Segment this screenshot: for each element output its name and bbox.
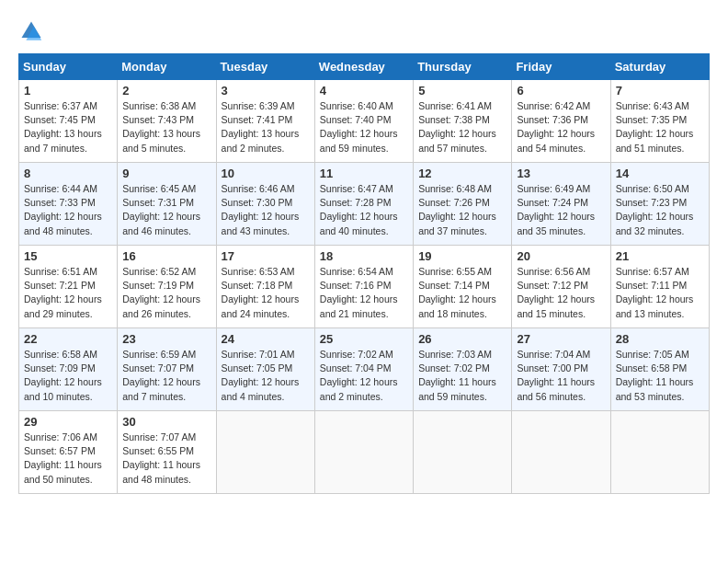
day-info: Sunrise: 6:43 AMSunset: 7:35 PMDaylight:… xyxy=(616,99,704,155)
header-friday: Friday xyxy=(512,54,610,80)
day-info: Sunrise: 7:06 AMSunset: 6:57 PMDaylight:… xyxy=(24,431,112,487)
day-info: Sunrise: 6:55 AMSunset: 7:14 PMDaylight:… xyxy=(418,265,506,321)
table-row xyxy=(610,411,709,494)
table-row: 18Sunrise: 6:54 AMSunset: 7:16 PMDayligh… xyxy=(314,246,413,328)
day-info: Sunrise: 6:44 AMSunset: 7:33 PMDaylight:… xyxy=(24,182,112,238)
logo xyxy=(18,18,48,44)
day-info: Sunrise: 6:52 AMSunset: 7:19 PMDaylight:… xyxy=(122,265,210,321)
day-number: 27 xyxy=(517,332,605,346)
header-saturday: Saturday xyxy=(610,54,709,80)
day-number: 14 xyxy=(616,167,704,180)
day-info: Sunrise: 6:53 AMSunset: 7:18 PMDaylight:… xyxy=(222,265,310,321)
day-number: 7 xyxy=(616,84,704,98)
table-row xyxy=(512,411,610,494)
calendar-week-row: 1Sunrise: 6:37 AMSunset: 7:45 PMDaylight… xyxy=(19,80,710,163)
day-info: Sunrise: 6:59 AMSunset: 7:07 PMDaylight:… xyxy=(122,348,210,404)
day-info: Sunrise: 7:02 AMSunset: 7:04 PMDaylight:… xyxy=(320,348,408,404)
page-header xyxy=(18,18,710,44)
day-number: 2 xyxy=(122,84,210,98)
day-info: Sunrise: 6:51 AMSunset: 7:21 PMDaylight:… xyxy=(24,265,112,321)
day-info: Sunrise: 6:57 AMSunset: 7:11 PMDaylight:… xyxy=(616,265,704,321)
header-sunday: Sunday xyxy=(19,54,118,80)
day-number: 12 xyxy=(418,167,506,180)
table-row: 2Sunrise: 6:38 AMSunset: 7:43 PMDaylight… xyxy=(118,80,216,163)
day-info: Sunrise: 6:39 AMSunset: 7:41 PMDaylight:… xyxy=(222,99,310,155)
table-row: 22Sunrise: 6:58 AMSunset: 7:09 PMDayligh… xyxy=(19,328,118,411)
header-tuesday: Tuesday xyxy=(216,54,314,80)
table-row: 19Sunrise: 6:55 AMSunset: 7:14 PMDayligh… xyxy=(414,246,512,328)
table-row: 16Sunrise: 6:52 AMSunset: 7:19 PMDayligh… xyxy=(118,246,216,328)
day-number: 29 xyxy=(24,415,112,429)
table-row xyxy=(216,411,314,494)
calendar-week-row: 15Sunrise: 6:51 AMSunset: 7:21 PMDayligh… xyxy=(19,246,710,328)
day-number: 3 xyxy=(222,84,310,98)
table-row: 11Sunrise: 6:47 AMSunset: 7:28 PMDayligh… xyxy=(314,163,413,246)
calendar-week-row: 8Sunrise: 6:44 AMSunset: 7:33 PMDaylight… xyxy=(19,163,710,246)
table-row: 10Sunrise: 6:46 AMSunset: 7:30 PMDayligh… xyxy=(216,163,314,246)
table-row: 9Sunrise: 6:45 AMSunset: 7:31 PMDaylight… xyxy=(118,163,216,246)
calendar-week-row: 29Sunrise: 7:06 AMSunset: 6:57 PMDayligh… xyxy=(19,411,710,494)
table-row: 24Sunrise: 7:01 AMSunset: 7:05 PMDayligh… xyxy=(216,328,314,411)
day-info: Sunrise: 6:41 AMSunset: 7:38 PMDaylight:… xyxy=(418,99,506,155)
day-number: 6 xyxy=(517,84,605,98)
day-number: 16 xyxy=(122,249,210,263)
calendar-table: Sunday Monday Tuesday Wednesday Thursday… xyxy=(18,53,710,494)
table-row: 8Sunrise: 6:44 AMSunset: 7:33 PMDaylight… xyxy=(19,163,118,246)
day-number: 1 xyxy=(24,84,112,98)
table-row: 6Sunrise: 6:42 AMSunset: 7:36 PMDaylight… xyxy=(512,80,610,163)
table-row: 25Sunrise: 7:02 AMSunset: 7:04 PMDayligh… xyxy=(314,328,413,411)
day-info: Sunrise: 6:48 AMSunset: 7:26 PMDaylight:… xyxy=(418,182,506,238)
table-row: 3Sunrise: 6:39 AMSunset: 7:41 PMDaylight… xyxy=(216,80,314,163)
day-info: Sunrise: 6:54 AMSunset: 7:16 PMDaylight:… xyxy=(320,265,408,321)
table-row: 14Sunrise: 6:50 AMSunset: 7:23 PMDayligh… xyxy=(610,163,709,246)
day-number: 4 xyxy=(320,84,408,98)
day-number: 21 xyxy=(616,249,704,263)
table-row: 30Sunrise: 7:07 AMSunset: 6:55 PMDayligh… xyxy=(118,411,216,494)
day-info: Sunrise: 7:05 AMSunset: 6:58 PMDaylight:… xyxy=(616,348,704,404)
table-row: 21Sunrise: 6:57 AMSunset: 7:11 PMDayligh… xyxy=(610,246,709,328)
day-info: Sunrise: 6:56 AMSunset: 7:12 PMDaylight:… xyxy=(517,265,605,321)
day-info: Sunrise: 6:46 AMSunset: 7:30 PMDaylight:… xyxy=(222,182,310,238)
day-number: 24 xyxy=(222,332,310,346)
day-info: Sunrise: 6:58 AMSunset: 7:09 PMDaylight:… xyxy=(24,348,112,404)
header-thursday: Thursday xyxy=(414,54,512,80)
day-info: Sunrise: 6:37 AMSunset: 7:45 PMDaylight:… xyxy=(24,99,112,155)
table-row: 13Sunrise: 6:49 AMSunset: 7:24 PMDayligh… xyxy=(512,163,610,246)
table-row: 15Sunrise: 6:51 AMSunset: 7:21 PMDayligh… xyxy=(19,246,118,328)
table-row: 4Sunrise: 6:40 AMSunset: 7:40 PMDaylight… xyxy=(314,80,413,163)
day-info: Sunrise: 6:47 AMSunset: 7:28 PMDaylight:… xyxy=(320,182,408,238)
day-number: 13 xyxy=(517,167,605,180)
table-row xyxy=(414,411,512,494)
day-info: Sunrise: 7:04 AMSunset: 7:00 PMDaylight:… xyxy=(517,348,605,404)
day-number: 28 xyxy=(616,332,704,346)
day-number: 17 xyxy=(222,249,310,263)
table-row: 5Sunrise: 6:41 AMSunset: 7:38 PMDaylight… xyxy=(414,80,512,163)
table-row: 12Sunrise: 6:48 AMSunset: 7:26 PMDayligh… xyxy=(414,163,512,246)
header-monday: Monday xyxy=(118,54,216,80)
table-row: 20Sunrise: 6:56 AMSunset: 7:12 PMDayligh… xyxy=(512,246,610,328)
header-wednesday: Wednesday xyxy=(314,54,413,80)
day-number: 8 xyxy=(24,167,112,180)
day-number: 5 xyxy=(418,84,506,98)
day-number: 10 xyxy=(222,167,310,180)
day-number: 19 xyxy=(418,249,506,263)
calendar-header-row: Sunday Monday Tuesday Wednesday Thursday… xyxy=(19,54,710,80)
day-number: 30 xyxy=(122,415,210,429)
day-info: Sunrise: 6:42 AMSunset: 7:36 PMDaylight:… xyxy=(517,99,605,155)
day-info: Sunrise: 7:03 AMSunset: 7:02 PMDaylight:… xyxy=(418,348,506,404)
day-info: Sunrise: 6:50 AMSunset: 7:23 PMDaylight:… xyxy=(616,182,704,238)
day-number: 9 xyxy=(122,167,210,180)
day-number: 15 xyxy=(24,249,112,263)
table-row: 7Sunrise: 6:43 AMSunset: 7:35 PMDaylight… xyxy=(610,80,709,163)
day-number: 11 xyxy=(320,167,408,180)
table-row: 28Sunrise: 7:05 AMSunset: 6:58 PMDayligh… xyxy=(610,328,709,411)
day-number: 23 xyxy=(122,332,210,346)
day-info: Sunrise: 7:01 AMSunset: 7:05 PMDaylight:… xyxy=(222,348,310,404)
table-row: 29Sunrise: 7:06 AMSunset: 6:57 PMDayligh… xyxy=(19,411,118,494)
day-info: Sunrise: 6:40 AMSunset: 7:40 PMDaylight:… xyxy=(320,99,408,155)
day-number: 25 xyxy=(320,332,408,346)
day-info: Sunrise: 7:07 AMSunset: 6:55 PMDaylight:… xyxy=(122,431,210,487)
table-row: 17Sunrise: 6:53 AMSunset: 7:18 PMDayligh… xyxy=(216,246,314,328)
day-number: 18 xyxy=(320,249,408,263)
logo-icon xyxy=(18,18,44,44)
